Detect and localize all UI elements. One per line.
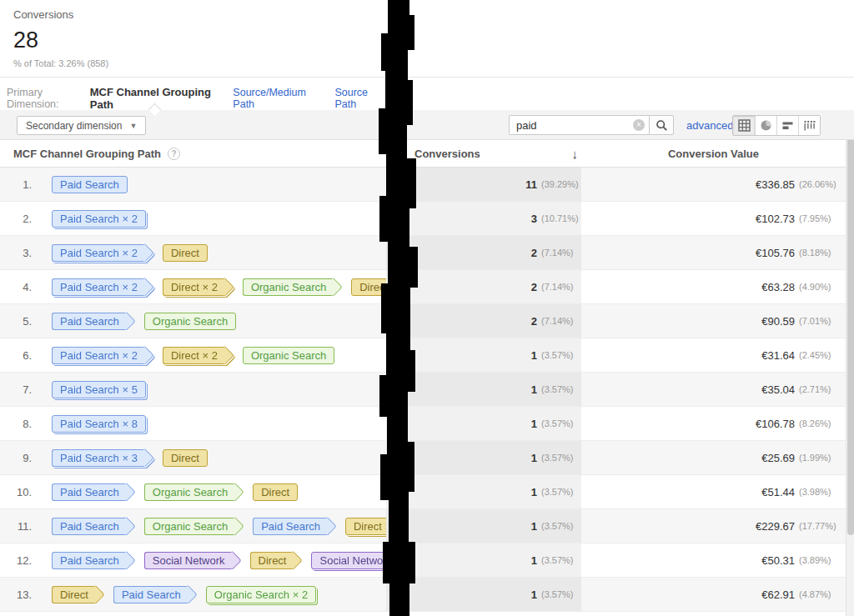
secondary-dimension-button[interactable]: Secondary dimension ▼ — [17, 116, 146, 135]
conversion-value: €31.64 — [761, 349, 795, 362]
search-button[interactable] — [649, 115, 674, 135]
conversion-value-percent: (2.45%) — [799, 350, 842, 360]
conversion-paths-table: MCF Channel Grouping Path ? Conversions … — [0, 140, 846, 612]
channel-badge-label: Paid Search × 2 — [60, 213, 138, 225]
conversions-value: 1 — [531, 520, 537, 533]
channel-badge-organic-search: Organic Search — [243, 278, 334, 296]
advanced-search-link[interactable]: advanced — [686, 119, 733, 132]
table-row: 5.Paid SearchOrganic Search2(7.14%)€90.5… — [0, 304, 846, 338]
channel-badge-label: Organic Search — [153, 486, 228, 498]
conversions-percent: (3.57%) — [541, 589, 581, 599]
channel-badge-label: Social Network × 2 — [319, 554, 386, 567]
conversions-value: 2 — [531, 247, 537, 259]
conversions-cell: 2(7.14%) — [386, 304, 581, 338]
search-icon — [656, 119, 668, 132]
bar-chart-icon — [781, 119, 794, 132]
channel-badge-paid-search: Paid Search × 2 — [52, 210, 146, 228]
table-row: 7.Paid Search × 51(3.57%)€35.04(2.71%) — [0, 373, 846, 407]
channel-badge-direct: Direct × 2 — [163, 278, 225, 296]
primary-dimension-link-source-path[interactable]: Source Path — [334, 87, 382, 110]
row-index: 9. — [0, 452, 42, 464]
conversions-value: 2 — [531, 315, 537, 328]
row-index: 1. — [0, 178, 42, 191]
conversions-value: 1 — [531, 383, 537, 396]
channel-badge-paid-search: Paid Search × 2 — [52, 244, 145, 262]
conversions-percent: (3.57%) — [541, 521, 581, 531]
conversion-value-percent: (4.87%) — [799, 589, 842, 599]
table-header-row: MCF Channel Grouping Path ? Conversions … — [0, 140, 846, 168]
conversions-percent: (3.57%) — [541, 555, 581, 565]
channel-badge-label: Paid Search — [60, 520, 119, 533]
table-row: 8.Paid Search × 81(3.57%)€106.78(8.26%) — [0, 407, 846, 441]
channel-badge-paid-search: Paid Search — [52, 552, 127, 569]
conversion-value-cell: €63.28(4.90%) — [581, 281, 846, 293]
channel-badge-direct: Direct — [163, 449, 208, 467]
channel-badge-label: Direct — [259, 554, 287, 567]
row-index: 5. — [0, 315, 42, 328]
search-input[interactable] — [509, 115, 649, 135]
channel-badge-label: Direct × 2 — [171, 281, 218, 293]
table-row: 13.DirectPaid SearchOrganic Search × 21(… — [0, 578, 846, 612]
channel-badge-label: Organic Search — [153, 520, 228, 533]
table-view-button[interactable] — [733, 116, 755, 135]
channel-badge-label: Paid Search × 5 — [60, 383, 138, 396]
column-header-conversion-value[interactable]: Conversion Value — [581, 148, 846, 160]
pie-chart-icon — [760, 119, 772, 132]
conversion-value-cell: €50.31(3.89%) — [581, 554, 846, 567]
table-view-icon — [738, 119, 751, 132]
conversion-value: €106.78 — [756, 418, 795, 430]
performance-view-button[interactable] — [776, 116, 798, 135]
table-row: 1.Paid Search11(39.29%)€336.85(26.06%) — [0, 168, 846, 202]
channel-badge-direct: Direct — [253, 483, 298, 501]
column-header-conversions[interactable]: Conversions ↓ — [386, 147, 581, 161]
channel-badge-organic-search: Organic Search × 2 — [206, 586, 316, 603]
channel-badge-paid-search: Paid Search — [52, 313, 127, 330]
primary-dimension-link-source-medium-path[interactable]: Source/Medium Path — [233, 87, 313, 110]
channel-badge-paid-search: Paid Search × 2 — [52, 347, 145, 364]
channel-badge-paid-search: Paid Search × 2 — [52, 278, 145, 296]
channel-badge-paid-search: Paid Search × 3 — [52, 449, 145, 467]
percentage-view-button[interactable] — [755, 116, 776, 135]
channel-badge-organic-search: Organic Search — [243, 347, 334, 364]
scrollbar-thumb[interactable] — [847, 135, 854, 535]
conversions-cell: 1(3.57%) — [386, 373, 581, 406]
channel-badge-label: Social Network — [153, 554, 225, 567]
channel-badge-label: Paid Search — [60, 315, 119, 328]
conversion-value: €105.76 — [756, 247, 795, 259]
row-index: 2. — [0, 213, 42, 225]
conversions-value: 1 — [531, 554, 537, 567]
sort-descending-icon[interactable]: ↓ — [572, 147, 579, 161]
conversions-value: 1 — [531, 452, 537, 464]
conversions-cell: 1(3.57%) — [386, 578, 581, 611]
channel-path-cell: Paid SearchSocial NetworkDirectSocial Ne… — [42, 543, 386, 577]
channel-badge-social-network: Social Network × 2 — [311, 552, 386, 569]
conversion-value-cell: €90.59(7.01%) — [581, 315, 846, 328]
row-index: 7. — [0, 383, 42, 396]
conversion-value-percent: (1.99%) — [799, 453, 842, 463]
conversion-value: €90.59 — [761, 315, 795, 328]
conversion-value: €336.85 — [756, 178, 795, 191]
metric-percent-of-total: % of Total: 3.26% (858) — [13, 58, 108, 68]
help-icon[interactable]: ? — [168, 148, 180, 160]
column-header-dimension[interactable]: MCF Channel Grouping Path ? — [0, 148, 386, 160]
secondary-dimension-button-label: Secondary dimension — [26, 120, 122, 132]
conversion-value: €229.67 — [756, 520, 795, 533]
channel-badge-paid-search: Paid Search × 8 — [52, 415, 146, 433]
metric-label: Conversions — [13, 8, 108, 21]
channel-badge-label: Organic Search × 2 — [214, 588, 308, 601]
channel-path-cell: Paid SearchOrganic SearchDirect — [42, 475, 386, 508]
conversion-value-cell: €35.04(2.71%) — [581, 383, 846, 396]
conversion-value-percent: (7.01%) — [799, 316, 842, 326]
table-row: 10.Paid SearchOrganic SearchDirect1(3.57… — [0, 475, 846, 509]
conversion-value-percent: (3.98%) — [799, 487, 842, 497]
channel-badge-label: Organic Search — [251, 349, 326, 362]
pivot-view-button[interactable] — [798, 116, 820, 135]
clear-search-icon[interactable]: × — [633, 119, 645, 131]
channel-badge-organic-search: Organic Search — [144, 483, 235, 501]
channel-badge-paid-search: Paid Search — [52, 176, 128, 193]
section-divider — [0, 77, 854, 78]
conversion-value-percent: (26.06%) — [799, 179, 842, 189]
channel-badge-social-network: Social Network — [144, 552, 233, 569]
conversion-value-cell: €62.91(4.87%) — [581, 588, 846, 601]
channel-path-cell: Paid Search × 2Direct — [42, 236, 386, 269]
